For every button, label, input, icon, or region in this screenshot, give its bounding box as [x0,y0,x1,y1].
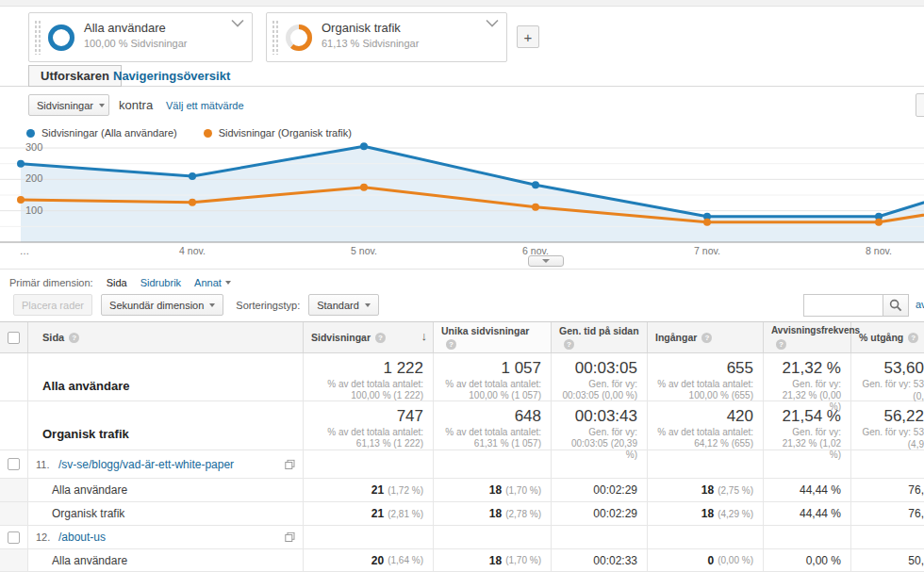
caret-down-icon [99,104,105,107]
exit-pct-cell: 76, [851,479,924,501]
segment-card-all-users[interactable]: Alla användare 100,00 % Sidvisningar [28,12,253,62]
select-metric-link[interactable]: Välj ett mätvärde [166,100,244,111]
metric-dropdown[interactable]: Sidvisningar [28,94,109,116]
page-link[interactable]: /about-us [58,531,106,544]
dimension-option-page[interactable]: Sida [107,277,127,288]
primary-dimension-label: Primär dimension: [9,277,93,288]
y-tick-label: 300 [25,141,42,153]
clipped-toolbar-button[interactable] [916,93,924,117]
pageviews-cell: 21(2,81 %) [304,502,434,525]
page-link[interactable]: /sv-se/blogg/vad-är-ett-white-paper [58,458,234,471]
header-exit-pct[interactable]: % utgång? [851,322,924,352]
data-point [532,181,539,188]
tab-navigation-summary[interactable]: Navigeringsöversikt [113,69,230,83]
help-icon[interactable]: ? [564,339,574,350]
chart-area-fill [21,146,924,242]
entrances-cell: 18(4,29 %) [648,502,764,525]
bounce-rate-cell: 0,00 % [764,549,851,571]
dimension-option-other[interactable]: Annat [194,277,231,288]
sort-type-label: Sorteringstyp: [236,300,300,311]
help-icon[interactable]: ? [69,333,79,343]
segment-donut-arc [51,27,73,49]
search-button[interactable] [883,294,909,317]
data-point [532,204,539,211]
row-index: 11. [36,459,58,470]
open-in-new-icon[interactable] [285,532,295,543]
entrances-cell: 18(2,75 %) [648,479,764,501]
help-icon[interactable]: ? [446,339,456,350]
header-bounce-rate[interactable]: Avvisningsfrekvens? [764,322,851,352]
y-tick-label: 100 [25,204,42,216]
exit-pct-cell: 50, [851,549,924,571]
data-point [360,142,368,150]
caret-down-icon [225,281,231,285]
checkbox-cell [0,502,28,525]
help-icon[interactable]: ? [908,333,918,343]
data-point [360,184,368,191]
tab-explorer[interactable]: Utforskaren [28,65,122,87]
dimension-option-page-title[interactable]: Sidrubrik [140,277,181,288]
segment-donut-icon [47,24,75,52]
header-checkbox-cell[interactable] [0,322,28,352]
x-tick-label: 5 nov. [351,245,377,256]
summary-row-all-users: Alla användare 1 222 % av det totala ant… [0,353,924,401]
analytics-explorer-page: Alla användare 100,00 % Sidvisningar Org… [0,0,924,572]
checkbox-cell[interactable] [0,526,28,548]
segment-card-organic-traffic[interactable]: Organisk trafik 61,13 % Sidvisningar [266,12,507,62]
primary-dimension-bar: Primär dimension: Sida Sidrubrik Annat [9,277,231,288]
data-point [17,160,25,168]
bounce-rate-cell: 44,44 % [764,502,851,525]
open-in-new-icon[interactable] [285,459,295,469]
data-point [189,172,196,180]
timeseries-chart[interactable] [0,140,924,244]
data-point [189,199,196,206]
table-search [803,294,909,317]
advanced-link[interactable]: ava [916,299,924,310]
select-all-checkbox[interactable] [8,332,20,344]
unique-pageviews-cell: 18(2,78 %) [434,502,552,525]
header-pageviews[interactable]: Sidvisningar? ↓ [304,322,434,352]
search-input[interactable] [803,294,883,317]
avg-time-cell: 00:02:33 [552,549,648,571]
header-entrances[interactable]: Ingångar? [648,322,764,352]
summary-row-organic-traffic: Organisk trafik 747 % av det totala anta… [0,401,924,450]
add-segment-button[interactable]: + [517,25,539,48]
legend-label: Sidvisningar (Alla användare) [41,127,177,139]
section-divider [0,269,924,270]
x-tick-label: … [20,245,30,256]
unique-pageviews-cell: 18(1,70 %) [434,549,552,571]
chevron-down-icon[interactable] [231,19,244,27]
header-page[interactable]: Sida? [28,322,304,352]
row-checkbox[interactable] [8,531,20,544]
segment-name: Alla användare [28,479,304,501]
help-icon[interactable]: ? [776,339,786,350]
help-icon[interactable]: ? [375,333,386,343]
segment-name: Organisk trafik [28,502,304,525]
chevron-down-icon[interactable] [486,19,499,27]
top-strip [0,0,924,7]
table-row: 12. /about-us [0,526,924,549]
x-tick-label: 7 nov. [694,245,720,256]
timeline-slider-handle[interactable] [528,255,564,267]
secondary-dimension-dropdown[interactable]: Sekundär dimension [101,294,223,316]
segment-subrow: Alla användare 21(1,72 %) 18(1,70 %) 00:… [0,479,924,502]
table-controls: Placera rader Sekundär dimension Sorteri… [13,294,379,316]
drag-handle-icon[interactable] [272,20,278,55]
pageviews-cell: 20(1,64 %) [304,549,434,571]
segment-subtitle: 61,13 % Sidvisningar [322,38,419,49]
plot-rows-button[interactable]: Placera rader [13,294,92,316]
tab-divider [0,86,924,87]
drag-handle-icon[interactable] [34,20,41,55]
checkbox-cell[interactable] [0,450,28,478]
data-point [875,219,883,226]
entrances-cell: 0(0,00 %) [648,549,764,571]
help-icon[interactable]: ? [701,333,712,343]
sort-descending-icon[interactable]: ↓ [421,331,428,342]
header-unique-pageviews[interactable]: Unika sidvisningar? [434,322,552,352]
sort-type-dropdown[interactable]: Standard [308,294,379,316]
x-tick-label: 4 nov. [179,245,206,256]
header-avg-time[interactable]: Gen. tid på sidan? [552,322,648,352]
data-point [703,219,711,226]
legend-item: Sidvisningar (Organisk trafik) [204,127,352,139]
row-checkbox[interactable] [8,458,20,470]
